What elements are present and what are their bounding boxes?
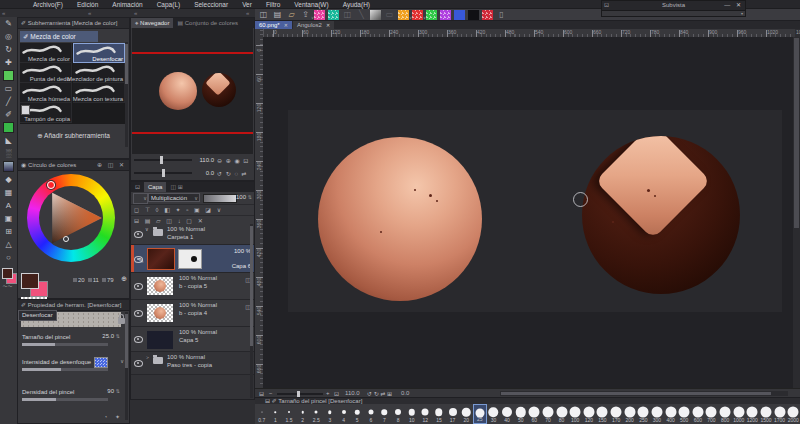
panel-collapse-icon[interactable]: « — [246, 10, 249, 16]
visibility-eye-icon[interactable] — [134, 360, 143, 367]
navigator-rotate-value[interactable]: 0.0 — [194, 170, 214, 176]
visibility-eye-icon[interactable] — [134, 336, 143, 343]
layer-row-paso-tres-copia[interactable]: ＞100 % NormalPaso tres - copia — [131, 352, 254, 375]
chevron-down-icon[interactable]: ∨ — [120, 358, 124, 364]
navigator-zoom-buttons[interactable]: ⊖ ⊕ ◉ ⊡ — [217, 157, 249, 164]
chevron-down-icon[interactable]: ▾ — [741, 11, 743, 16]
lasso-tool[interactable]: ○ — [0, 251, 17, 264]
visibility-eye-icon[interactable] — [134, 231, 143, 238]
layer-thumbnail[interactable] — [147, 304, 173, 322]
layer-tab-right-icons[interactable]: ◫ ⊞ — [166, 182, 186, 192]
eyedropper-tool[interactable]: ╱ — [0, 95, 17, 108]
brush-size-250[interactable]: 250 — [637, 404, 651, 424]
frame-disabled-icon[interactable]: ▭ — [384, 10, 395, 20]
decoration-tool[interactable]: ◆ — [0, 173, 17, 186]
close-icon[interactable]: ✕ — [284, 22, 288, 28]
subvista-window-buttons[interactable]: — ✕ — [724, 1, 743, 8]
rotate-canvas-tool[interactable]: ↻ — [0, 43, 17, 56]
spinner-icon[interactable]: ⇅ — [116, 333, 120, 339]
zoom-slider[interactable] — [277, 393, 323, 395]
layer-move-tool[interactable]: ▣ — [0, 212, 17, 225]
open-file-icon[interactable]: ▱ — [286, 10, 297, 20]
slider-value[interactable]: 90 — [107, 388, 114, 394]
close-icon[interactable]: ✕ — [326, 22, 330, 28]
export-icon[interactable]: ⇪∨ — [300, 10, 311, 20]
brush-size-17[interactable]: 17 — [446, 404, 460, 424]
gradient-disabled-icon[interactable] — [370, 10, 381, 20]
auto-select-tool[interactable] — [0, 69, 17, 82]
brush-size-2.5[interactable]: 2.5 — [310, 404, 324, 424]
layer-scrollbar[interactable] — [250, 224, 253, 398]
layer-thumbnail[interactable] — [147, 277, 173, 295]
doc-tab-60-png[interactable]: 60.png*✕ — [255, 21, 292, 29]
tone-tool[interactable]: ▦ — [0, 186, 17, 199]
layer-color-chip[interactable]: ∨ — [133, 193, 148, 204]
menu-filtro[interactable]: Filtro — [259, 0, 287, 9]
menu-animaci-n[interactable]: Animación — [105, 0, 149, 9]
expand-arrow-icon[interactable]: ∨ — [145, 226, 149, 232]
horizontal-scrollbar[interactable] — [500, 391, 788, 396]
swatch-black-icon[interactable] — [468, 10, 479, 20]
layer-lock-icons[interactable]: ◻ ⊤ ◊ ◧ ✦ ▫ ▣ ◪ ∨ — [131, 205, 254, 216]
vertical-scrollbar[interactable] — [793, 37, 800, 390]
color-panel-header-icons[interactable]: ⊕ ◫ ✕ — [97, 161, 126, 168]
brush-size-7[interactable]: 7 — [378, 404, 392, 424]
subvista-window[interactable]: ⊡ Subvista — ✕ — [601, 0, 746, 11]
subtool-item-mezcla-de-color[interactable]: Mezcla de color — [20, 43, 72, 63]
zoom-tool[interactable]: ◎ — [0, 30, 17, 43]
brush-size-600[interactable]: 600 — [691, 404, 705, 424]
spinner-icon[interactable]: ⇅ — [116, 388, 120, 394]
sv-marker[interactable] — [63, 236, 69, 242]
slider-value[interactable]: 25.0 — [102, 333, 114, 339]
foreground-color-swatch[interactable] — [2, 268, 13, 279]
brush-size-8[interactable]: 8 — [391, 404, 405, 424]
brush-size-500[interactable]: 500 — [677, 404, 691, 424]
navigator-preview[interactable] — [132, 28, 253, 156]
brush-size-3[interactable]: 3 — [323, 404, 337, 424]
navigator-rotate-slider[interactable] — [134, 172, 192, 174]
layer-row-b-copia-4[interactable]: 100 % Normalb - copia 4◫ — [131, 300, 254, 327]
brush-size-150[interactable]: 150 — [596, 404, 610, 424]
add-subtool-button[interactable]: ⊕ Añadir subherramienta — [18, 132, 129, 140]
brush-size-6[interactable]: 6 — [364, 404, 378, 424]
pattern-red-icon[interactable]: ∨ — [412, 10, 423, 20]
canvas-viewport[interactable] — [263, 37, 793, 390]
menu-ayuda-h[interactable]: Ayuda(H) — [336, 0, 377, 9]
selection-pen-tool[interactable] — [0, 121, 17, 134]
brush-size-120[interactable]: 120 — [582, 404, 596, 424]
brush-size-2000[interactable]: 2000 — [786, 404, 800, 424]
brush-size-40[interactable]: 40 — [500, 404, 514, 424]
ruler-tool[interactable]: △ — [0, 238, 17, 251]
layer-thumbnail[interactable] — [147, 331, 173, 349]
pattern-orange-icon[interactable]: ∨ — [398, 10, 409, 20]
menu-archivo-f[interactable]: Archivo(F) — [26, 0, 70, 9]
color-wheel[interactable] — [27, 174, 115, 262]
brush-size-25[interactable]: 25 — [473, 404, 487, 424]
layer-mask-thumbnail[interactable] — [178, 249, 202, 269]
menu-ver[interactable]: Ver — [235, 0, 259, 9]
tablet-icon[interactable]: ▯ — [496, 10, 507, 20]
brush-size-2[interactable]: 2 — [296, 404, 310, 424]
zoom-out-icon[interactable]: − — [269, 390, 273, 396]
panel-collapse-icon[interactable]: « — [2, 10, 5, 16]
brush-size-12[interactable]: 12 — [419, 404, 433, 424]
lock-icon[interactable] — [118, 318, 125, 324]
pattern-pink-icon[interactable] — [314, 10, 325, 20]
layer-row-capa-6[interactable]: ✎100 %Capa 6 — [131, 245, 254, 273]
hue-marker[interactable] — [47, 181, 55, 189]
tab-conjunto-de-colores[interactable]: ▤ Conjunto de colores — [173, 18, 242, 28]
duplicate-icon[interactable]: ◫ — [342, 10, 353, 20]
brush-size-400[interactable]: 400 — [664, 404, 678, 424]
airbrush-tool[interactable]: ░ — [0, 147, 17, 160]
new-file-icon[interactable]: ▤ — [272, 10, 283, 20]
brush-size-15[interactable]: 15 — [432, 404, 446, 424]
navigator-zoom-value[interactable]: 110.0 — [194, 157, 214, 163]
layer-row-b-copia-5[interactable]: 100 % Normalb - copia 5◫ — [131, 273, 254, 300]
brush-size-0.7[interactable]: 0.7 — [255, 404, 269, 424]
menu-edici-n[interactable]: Edición — [70, 0, 105, 9]
opacity-value[interactable]: 100 — [236, 194, 246, 200]
brush-size-20[interactable]: 20 — [459, 404, 473, 424]
layer-row-carpeta-1[interactable]: ∨100 % NormalCarpeta 1 — [131, 224, 254, 245]
brush-size-1[interactable]: 1 — [269, 404, 283, 424]
rotate-angle-value[interactable]: 0.0 — [401, 390, 409, 396]
